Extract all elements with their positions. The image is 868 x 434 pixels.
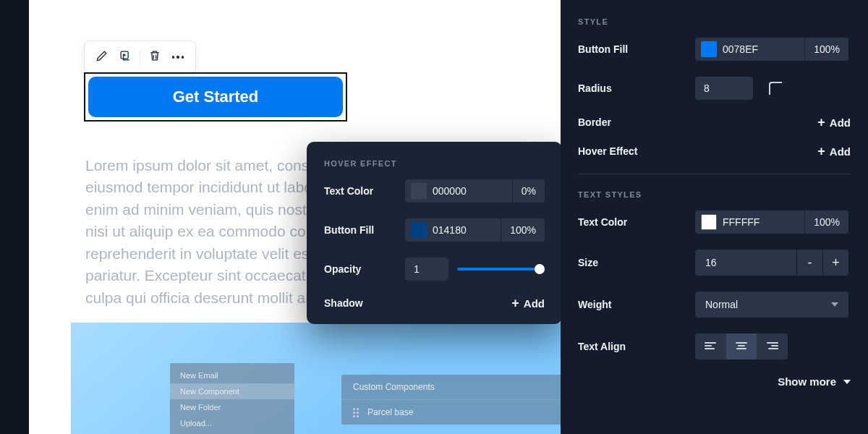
slider-thumb[interactable]: [535, 264, 545, 274]
slider-track: [457, 268, 545, 271]
plus-icon: +: [817, 116, 825, 129]
text-color-field[interactable]: 000000 0%: [405, 179, 545, 203]
weight-value: Normal: [705, 299, 738, 310]
color-swatch: [411, 222, 427, 238]
opacity-input[interactable]: 1: [405, 258, 448, 281]
cta-button[interactable]: Get Started: [88, 77, 343, 117]
size-decrease-button[interactable]: -: [796, 250, 822, 276]
align-left-button[interactable]: [695, 333, 726, 359]
opacity-slider[interactable]: [457, 263, 545, 275]
context-menu: New Email New Component New Folder Uploa…: [170, 363, 294, 434]
text-color-field[interactable]: FFFFFF 100%: [695, 210, 848, 234]
button-fill-pct: 100%: [804, 38, 848, 61]
weight-select[interactable]: Normal: [695, 292, 848, 318]
button-fill-hex: 0078EF: [723, 43, 804, 55]
button-fill-hex: 014180: [433, 224, 501, 236]
align-right-icon: [767, 342, 778, 351]
add-shadow-button[interactable]: + Add: [511, 297, 545, 310]
chevron-down-icon: [843, 380, 851, 384]
edit-button[interactable]: [90, 46, 114, 69]
button-fill-field[interactable]: 014180 100%: [405, 218, 545, 242]
color-swatch: [701, 41, 717, 57]
popup-title: HOVER EFFECT: [324, 159, 545, 168]
size-increase-button[interactable]: +: [822, 250, 848, 276]
corner-radius-icon[interactable]: [769, 82, 782, 95]
component-row[interactable]: Parcel base: [341, 399, 580, 425]
chevron-down-icon: [831, 302, 838, 307]
text-color-hex: 000000: [433, 185, 512, 197]
show-more-button[interactable]: Show more: [578, 375, 851, 388]
button-fill-field[interactable]: 0078EF 100%: [695, 38, 848, 61]
delete-button[interactable]: [143, 46, 166, 69]
add-hover-effect-button[interactable]: + Add: [817, 145, 851, 158]
plus-icon: +: [511, 297, 519, 310]
duplicate-button[interactable]: [114, 46, 137, 69]
align-left-icon: [705, 342, 716, 351]
align-center-button[interactable]: [726, 333, 757, 359]
text-align-group: [695, 333, 788, 359]
drag-handle-icon: [353, 408, 359, 417]
menu-item[interactable]: Upload...: [170, 415, 294, 431]
toolbar-divider: [140, 49, 140, 65]
add-label: Add: [524, 297, 545, 310]
properties-sidebar: STYLE Button Fill 0078EF 100% Radius 8 B…: [561, 0, 868, 434]
menu-item[interactable]: New Email: [170, 367, 294, 383]
size-value[interactable]: 16: [695, 257, 796, 268]
duplicate-icon: [118, 48, 132, 66]
show-more-label: Show more: [778, 375, 836, 388]
more-button[interactable]: [166, 46, 190, 69]
plus-icon: +: [817, 145, 825, 158]
section-divider: [578, 174, 851, 174]
add-border-button[interactable]: + Add: [817, 116, 851, 129]
color-swatch: [701, 214, 717, 230]
opacity-label: Opacity: [324, 263, 396, 275]
pencil-icon: [95, 48, 109, 66]
size-stepper: 16 - +: [695, 250, 848, 276]
radius-input[interactable]: 8: [695, 77, 753, 100]
selection-toolbar: [84, 41, 196, 74]
text-styles-section-label: TEXT STYLES: [578, 190, 851, 199]
align-right-button[interactable]: [757, 333, 788, 359]
menu-item[interactable]: New Component: [170, 383, 294, 399]
button-fill-label: Button Fill: [324, 224, 396, 236]
add-label: Add: [830, 116, 851, 129]
add-label: Add: [830, 145, 851, 158]
selected-element-frame[interactable]: Get Started: [84, 72, 347, 122]
text-color-hex: FFFFFF: [723, 216, 804, 228]
text-color-label: Text Color: [324, 185, 396, 197]
radius-label: Radius: [578, 82, 685, 94]
component-row-label: Parcel base: [367, 407, 413, 417]
components-header[interactable]: Custom Components: [341, 375, 580, 399]
button-fill-pct: 100%: [501, 218, 545, 242]
more-icon: [172, 56, 184, 59]
menu-item[interactable]: New Folder: [170, 399, 294, 415]
components-panel: Custom Components Parcel base: [341, 375, 580, 425]
text-color-pct: 100%: [804, 210, 848, 234]
hover-effect-popup: HOVER EFFECT Text Color 000000 0% Button…: [307, 142, 562, 324]
trash-icon: [148, 48, 162, 66]
shadow-label: Shadow: [324, 297, 396, 309]
weight-label: Weight: [578, 299, 685, 310]
text-color-label: Text Color: [578, 216, 685, 228]
button-fill-label: Button Fill: [578, 43, 685, 55]
size-label: Size: [578, 257, 685, 268]
border-label: Border: [578, 116, 685, 128]
components-header-label: Custom Components: [353, 382, 435, 392]
color-swatch: [411, 183, 427, 199]
cta-button-label: Get Started: [173, 88, 259, 106]
align-center-icon: [736, 342, 747, 351]
text-align-label: Text Align: [578, 341, 685, 352]
style-section-label: STYLE: [578, 17, 851, 26]
hover-effect-label: Hover Effect: [578, 145, 685, 157]
text-color-pct: 0%: [512, 179, 545, 203]
